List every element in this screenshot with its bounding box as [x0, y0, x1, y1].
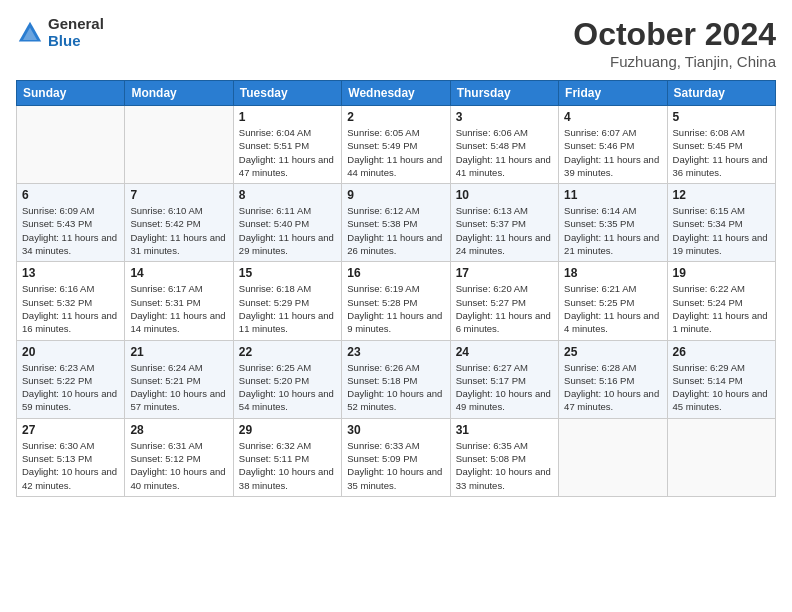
cell-date-number: 2	[347, 110, 444, 124]
calendar-cell: 15Sunrise: 6:18 AM Sunset: 5:29 PM Dayli…	[233, 262, 341, 340]
cell-info-text: Sunrise: 6:31 AM Sunset: 5:12 PM Dayligh…	[130, 439, 227, 492]
calendar-cell: 8Sunrise: 6:11 AM Sunset: 5:40 PM Daylig…	[233, 184, 341, 262]
cell-info-text: Sunrise: 6:20 AM Sunset: 5:27 PM Dayligh…	[456, 282, 553, 335]
cell-info-text: Sunrise: 6:30 AM Sunset: 5:13 PM Dayligh…	[22, 439, 119, 492]
cell-info-text: Sunrise: 6:14 AM Sunset: 5:35 PM Dayligh…	[564, 204, 661, 257]
calendar-cell: 1Sunrise: 6:04 AM Sunset: 5:51 PM Daylig…	[233, 106, 341, 184]
cell-date-number: 22	[239, 345, 336, 359]
calendar-cell: 12Sunrise: 6:15 AM Sunset: 5:34 PM Dayli…	[667, 184, 775, 262]
calendar-cell	[125, 106, 233, 184]
cell-date-number: 26	[673, 345, 770, 359]
cell-info-text: Sunrise: 6:21 AM Sunset: 5:25 PM Dayligh…	[564, 282, 661, 335]
weekday-header-monday: Monday	[125, 81, 233, 106]
cell-date-number: 5	[673, 110, 770, 124]
calendar-cell: 24Sunrise: 6:27 AM Sunset: 5:17 PM Dayli…	[450, 340, 558, 418]
calendar-week-row: 6Sunrise: 6:09 AM Sunset: 5:43 PM Daylig…	[17, 184, 776, 262]
calendar-cell: 21Sunrise: 6:24 AM Sunset: 5:21 PM Dayli…	[125, 340, 233, 418]
logo-icon	[16, 19, 44, 47]
calendar-cell: 13Sunrise: 6:16 AM Sunset: 5:32 PM Dayli…	[17, 262, 125, 340]
cell-info-text: Sunrise: 6:25 AM Sunset: 5:20 PM Dayligh…	[239, 361, 336, 414]
cell-date-number: 16	[347, 266, 444, 280]
cell-info-text: Sunrise: 6:32 AM Sunset: 5:11 PM Dayligh…	[239, 439, 336, 492]
calendar-cell: 18Sunrise: 6:21 AM Sunset: 5:25 PM Dayli…	[559, 262, 667, 340]
cell-info-text: Sunrise: 6:23 AM Sunset: 5:22 PM Dayligh…	[22, 361, 119, 414]
calendar-cell: 9Sunrise: 6:12 AM Sunset: 5:38 PM Daylig…	[342, 184, 450, 262]
calendar-cell: 17Sunrise: 6:20 AM Sunset: 5:27 PM Dayli…	[450, 262, 558, 340]
cell-info-text: Sunrise: 6:18 AM Sunset: 5:29 PM Dayligh…	[239, 282, 336, 335]
calendar-cell: 31Sunrise: 6:35 AM Sunset: 5:08 PM Dayli…	[450, 418, 558, 496]
cell-info-text: Sunrise: 6:22 AM Sunset: 5:24 PM Dayligh…	[673, 282, 770, 335]
title-block: October 2024 Fuzhuang, Tianjin, China	[573, 16, 776, 70]
cell-info-text: Sunrise: 6:26 AM Sunset: 5:18 PM Dayligh…	[347, 361, 444, 414]
cell-date-number: 28	[130, 423, 227, 437]
calendar-cell	[667, 418, 775, 496]
cell-date-number: 4	[564, 110, 661, 124]
calendar-cell	[559, 418, 667, 496]
cell-info-text: Sunrise: 6:16 AM Sunset: 5:32 PM Dayligh…	[22, 282, 119, 335]
cell-date-number: 20	[22, 345, 119, 359]
logo-blue-text: Blue	[48, 33, 104, 50]
weekday-header-row: SundayMondayTuesdayWednesdayThursdayFrid…	[17, 81, 776, 106]
cell-date-number: 13	[22, 266, 119, 280]
calendar-cell: 4Sunrise: 6:07 AM Sunset: 5:46 PM Daylig…	[559, 106, 667, 184]
cell-info-text: Sunrise: 6:15 AM Sunset: 5:34 PM Dayligh…	[673, 204, 770, 257]
cell-info-text: Sunrise: 6:04 AM Sunset: 5:51 PM Dayligh…	[239, 126, 336, 179]
cell-date-number: 23	[347, 345, 444, 359]
calendar-table: SundayMondayTuesdayWednesdayThursdayFrid…	[16, 80, 776, 497]
cell-info-text: Sunrise: 6:28 AM Sunset: 5:16 PM Dayligh…	[564, 361, 661, 414]
cell-info-text: Sunrise: 6:12 AM Sunset: 5:38 PM Dayligh…	[347, 204, 444, 257]
calendar-week-row: 1Sunrise: 6:04 AM Sunset: 5:51 PM Daylig…	[17, 106, 776, 184]
cell-date-number: 31	[456, 423, 553, 437]
calendar-cell: 5Sunrise: 6:08 AM Sunset: 5:45 PM Daylig…	[667, 106, 775, 184]
cell-date-number: 14	[130, 266, 227, 280]
cell-date-number: 6	[22, 188, 119, 202]
cell-info-text: Sunrise: 6:07 AM Sunset: 5:46 PM Dayligh…	[564, 126, 661, 179]
calendar-cell: 20Sunrise: 6:23 AM Sunset: 5:22 PM Dayli…	[17, 340, 125, 418]
weekday-header-friday: Friday	[559, 81, 667, 106]
cell-info-text: Sunrise: 6:24 AM Sunset: 5:21 PM Dayligh…	[130, 361, 227, 414]
calendar-cell: 19Sunrise: 6:22 AM Sunset: 5:24 PM Dayli…	[667, 262, 775, 340]
cell-date-number: 18	[564, 266, 661, 280]
cell-info-text: Sunrise: 6:09 AM Sunset: 5:43 PM Dayligh…	[22, 204, 119, 257]
calendar-cell: 29Sunrise: 6:32 AM Sunset: 5:11 PM Dayli…	[233, 418, 341, 496]
weekday-header-saturday: Saturday	[667, 81, 775, 106]
calendar-cell: 6Sunrise: 6:09 AM Sunset: 5:43 PM Daylig…	[17, 184, 125, 262]
cell-date-number: 11	[564, 188, 661, 202]
cell-info-text: Sunrise: 6:33 AM Sunset: 5:09 PM Dayligh…	[347, 439, 444, 492]
logo: General Blue	[16, 16, 104, 49]
cell-date-number: 15	[239, 266, 336, 280]
cell-info-text: Sunrise: 6:10 AM Sunset: 5:42 PM Dayligh…	[130, 204, 227, 257]
calendar-cell: 25Sunrise: 6:28 AM Sunset: 5:16 PM Dayli…	[559, 340, 667, 418]
calendar-cell: 7Sunrise: 6:10 AM Sunset: 5:42 PM Daylig…	[125, 184, 233, 262]
cell-date-number: 27	[22, 423, 119, 437]
cell-date-number: 24	[456, 345, 553, 359]
cell-info-text: Sunrise: 6:27 AM Sunset: 5:17 PM Dayligh…	[456, 361, 553, 414]
calendar-week-row: 20Sunrise: 6:23 AM Sunset: 5:22 PM Dayli…	[17, 340, 776, 418]
cell-info-text: Sunrise: 6:05 AM Sunset: 5:49 PM Dayligh…	[347, 126, 444, 179]
cell-date-number: 25	[564, 345, 661, 359]
calendar-cell: 14Sunrise: 6:17 AM Sunset: 5:31 PM Dayli…	[125, 262, 233, 340]
weekday-header-wednesday: Wednesday	[342, 81, 450, 106]
cell-date-number: 19	[673, 266, 770, 280]
cell-date-number: 1	[239, 110, 336, 124]
calendar-cell: 16Sunrise: 6:19 AM Sunset: 5:28 PM Dayli…	[342, 262, 450, 340]
cell-date-number: 17	[456, 266, 553, 280]
cell-date-number: 29	[239, 423, 336, 437]
calendar-week-row: 13Sunrise: 6:16 AM Sunset: 5:32 PM Dayli…	[17, 262, 776, 340]
cell-date-number: 12	[673, 188, 770, 202]
cell-date-number: 8	[239, 188, 336, 202]
calendar-cell: 23Sunrise: 6:26 AM Sunset: 5:18 PM Dayli…	[342, 340, 450, 418]
cell-date-number: 21	[130, 345, 227, 359]
cell-info-text: Sunrise: 6:06 AM Sunset: 5:48 PM Dayligh…	[456, 126, 553, 179]
calendar-cell: 2Sunrise: 6:05 AM Sunset: 5:49 PM Daylig…	[342, 106, 450, 184]
page-header: General Blue October 2024 Fuzhuang, Tian…	[16, 16, 776, 70]
cell-date-number: 30	[347, 423, 444, 437]
calendar-week-row: 27Sunrise: 6:30 AM Sunset: 5:13 PM Dayli…	[17, 418, 776, 496]
cell-info-text: Sunrise: 6:35 AM Sunset: 5:08 PM Dayligh…	[456, 439, 553, 492]
cell-info-text: Sunrise: 6:19 AM Sunset: 5:28 PM Dayligh…	[347, 282, 444, 335]
cell-info-text: Sunrise: 6:13 AM Sunset: 5:37 PM Dayligh…	[456, 204, 553, 257]
cell-info-text: Sunrise: 6:17 AM Sunset: 5:31 PM Dayligh…	[130, 282, 227, 335]
calendar-cell: 30Sunrise: 6:33 AM Sunset: 5:09 PM Dayli…	[342, 418, 450, 496]
cell-date-number: 7	[130, 188, 227, 202]
calendar-cell	[17, 106, 125, 184]
